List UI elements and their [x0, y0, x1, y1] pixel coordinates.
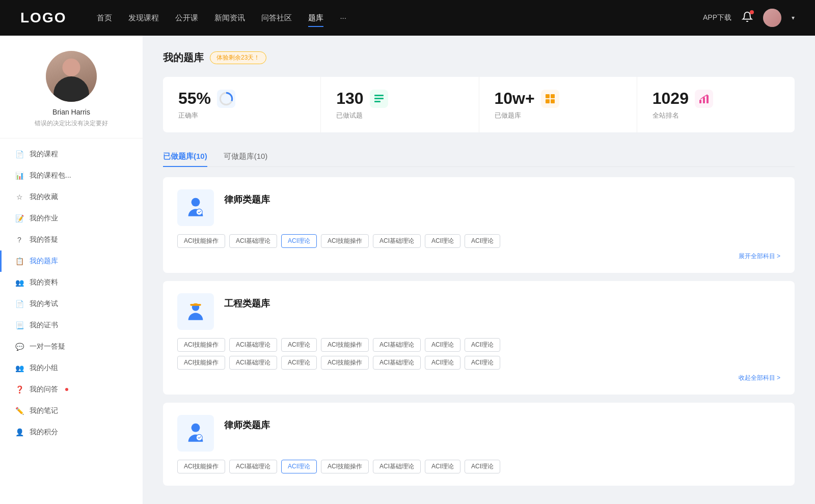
- navbar-links: 首页 发现课程 公开课 新闻资讯 问答社区 题库 ···: [97, 11, 683, 25]
- tag-aci-basic-2[interactable]: ACI基础理论: [373, 234, 421, 248]
- tab-done-banks[interactable]: 已做题库(10): [163, 147, 207, 166]
- sidebar-item-points[interactable]: 👤 我的积分: [0, 422, 143, 443]
- stat-done-questions-value: 130: [336, 89, 363, 108]
- sidebar-avatar: [46, 51, 97, 102]
- eng-tag-5[interactable]: ACI基础理论: [373, 338, 421, 352]
- eng-tag-11[interactable]: ACI技能操作: [321, 356, 369, 370]
- qa-label: 我的答疑: [30, 235, 58, 244]
- l2-tag-2[interactable]: ACI基础理论: [229, 460, 277, 473]
- eng-tag-6[interactable]: ACI理论: [425, 338, 460, 352]
- logo[interactable]: LOGO: [20, 10, 66, 26]
- l2-tag-4[interactable]: ACI技能操作: [321, 460, 369, 473]
- engineer-icon-wrap: [177, 293, 214, 330]
- sidebar-item-qa[interactable]: ? 我的答疑: [0, 229, 143, 250]
- nav-qa[interactable]: 问答社区: [261, 11, 292, 25]
- stat-done-questions-label: 已做试题: [336, 111, 463, 120]
- sidebar-item-materials[interactable]: 👥 我的资料: [0, 272, 143, 293]
- sidebar-item-certificate[interactable]: 📃 我的证书: [0, 315, 143, 336]
- qbank-engineer-footer[interactable]: 收起全部科目 >: [177, 374, 780, 382]
- eng-tag-9[interactable]: ACI基础理论: [229, 356, 277, 370]
- certificate-icon: 📃: [15, 321, 23, 329]
- materials-label: 我的资料: [30, 278, 58, 287]
- eng-tag-7[interactable]: ACI理论: [465, 338, 500, 352]
- favorites-label: 我的收藏: [30, 192, 58, 202]
- my-courses-label: 我的课程: [30, 150, 58, 159]
- svg-rect-5: [546, 94, 550, 98]
- eng-tag-13[interactable]: ACI理论: [425, 356, 460, 370]
- group-label: 我的小组: [30, 363, 58, 373]
- qbank-lawyer-1-name: 律师类题库: [224, 193, 270, 206]
- tag-aci-theory-selected-1[interactable]: ACI理论: [281, 234, 317, 248]
- l2-tag-selected[interactable]: ACI理论: [281, 460, 317, 473]
- sidebar-item-course-package[interactable]: 📊 我的课程包...: [0, 165, 143, 186]
- eng-tag-10[interactable]: ACI理论: [281, 356, 317, 370]
- eng-tag-2[interactable]: ACI基础理论: [229, 338, 277, 352]
- l2-tag-1[interactable]: ACI技能操作: [177, 460, 225, 473]
- nav-more[interactable]: ···: [340, 11, 346, 25]
- l2-tag-5[interactable]: ACI基础理论: [373, 460, 421, 473]
- eng-tag-8[interactable]: ACI技能操作: [177, 356, 225, 370]
- qbank-engineer-tags-row1: ACI技能操作 ACI基础理论 ACI理论 ACI技能操作 ACI基础理论 AC…: [177, 338, 780, 352]
- tag-aci-theory-3[interactable]: ACI理论: [465, 234, 500, 248]
- eng-tag-12[interactable]: ACI基础理论: [373, 356, 421, 370]
- sidebar-item-group[interactable]: 👥 我的小组: [0, 357, 143, 379]
- nav-discover[interactable]: 发现课程: [128, 11, 159, 25]
- nav-home[interactable]: 首页: [97, 11, 112, 25]
- qbank-engineer-name: 工程类题库: [224, 297, 270, 310]
- tag-aci-skill-2[interactable]: ACI技能操作: [321, 234, 369, 248]
- sidebar: Brian Harris 错误的决定比没有决定要好 📄 我的课程 📊 我的课程包…: [0, 36, 143, 504]
- stat-ranking: 1029 全站排名: [637, 77, 795, 132]
- sidebar-item-my-qa[interactable]: ❓ 我的问答: [0, 379, 143, 400]
- stat-ranking-value: 1029: [653, 89, 689, 108]
- group-icon: 👥: [15, 364, 23, 372]
- qbank-card-lawyer-1-header: 律师类题库: [177, 189, 780, 226]
- nav-open-course[interactable]: 公开课: [175, 11, 198, 25]
- qbank-card-lawyer-1: 律师类题库 ACI技能操作 ACI基础理论 ACI理论 ACI技能操作 ACI基…: [163, 177, 795, 273]
- stat-ranking-top: 1029: [653, 89, 779, 108]
- course-package-icon: 📊: [15, 172, 23, 180]
- avatar[interactable]: [763, 9, 781, 27]
- sidebar-item-question-bank[interactable]: 📋 我的题库: [0, 250, 143, 272]
- nav-question-bank[interactable]: 题库: [308, 11, 323, 25]
- question-bank-label: 我的题库: [30, 257, 58, 266]
- qbank-card-engineer: 工程类题库 ACI技能操作 ACI基础理论 ACI理论 ACI技能操作 ACI基…: [163, 281, 795, 395]
- sidebar-item-one-on-one[interactable]: 💬 一对一答疑: [0, 336, 143, 357]
- one-on-one-label: 一对一答疑: [30, 342, 65, 351]
- question-bank-icon: 📋: [15, 257, 23, 265]
- stat-done-questions-icon: [370, 90, 388, 108]
- qbank-engineer-tags-row2: ACI技能操作 ACI基础理论 ACI理论 ACI技能操作 ACI基础理论 AC…: [177, 356, 780, 370]
- sidebar-item-my-courses[interactable]: 📄 我的课程: [0, 144, 143, 165]
- navbar: LOGO 首页 发现课程 公开课 新闻资讯 问答社区 题库 ··· APP下载 …: [0, 0, 815, 36]
- points-icon: 👤: [15, 428, 23, 436]
- app-download-link[interactable]: APP下载: [703, 13, 731, 22]
- sidebar-item-exams[interactable]: 📄 我的考试: [0, 293, 143, 315]
- qbank-lawyer-1-footer[interactable]: 展开全部科目 >: [177, 252, 780, 261]
- sidebar-item-favorites[interactable]: ☆ 我的收藏: [0, 186, 143, 208]
- l2-tag-6[interactable]: ACI理论: [425, 460, 460, 473]
- materials-icon: 👥: [15, 278, 23, 287]
- main-content: 我的题库 体验剩余23天！ 55% 正确率 13: [143, 36, 815, 504]
- stat-done-banks-value: 10w+: [495, 89, 535, 108]
- lawyer-icon-wrap: [177, 189, 214, 226]
- sidebar-item-homework[interactable]: 📝 我的作业: [0, 208, 143, 229]
- homework-label: 我的作业: [30, 214, 58, 223]
- svg-point-12: [192, 198, 200, 207]
- main-layout: Brian Harris 错误的决定比没有决定要好 📄 我的课程 📊 我的课程包…: [0, 36, 815, 504]
- l2-tag-7[interactable]: ACI理论: [465, 460, 500, 473]
- tag-aci-skill-1[interactable]: ACI技能操作: [177, 234, 225, 248]
- qbank-card-lawyer-2: 律师类题库 ACI技能操作 ACI基础理论 ACI理论 ACI技能操作 ACI基…: [163, 403, 795, 486]
- tab-available-banks[interactable]: 可做题库(10): [224, 147, 268, 166]
- eng-tag-3[interactable]: ACI理论: [281, 338, 317, 352]
- eng-tag-4[interactable]: ACI技能操作: [321, 338, 369, 352]
- eng-tag-14[interactable]: ACI理论: [465, 356, 500, 370]
- notification-bell[interactable]: [742, 11, 753, 24]
- stat-accuracy-value: 55%: [178, 89, 211, 108]
- stat-done-banks-label: 已做题库: [495, 111, 621, 120]
- tag-aci-basic-1[interactable]: ACI基础理论: [229, 234, 277, 248]
- tag-aci-theory-2[interactable]: ACI理论: [425, 234, 460, 248]
- eng-tag-1[interactable]: ACI技能操作: [177, 338, 225, 352]
- avatar-dropdown-icon[interactable]: ▾: [792, 14, 795, 21]
- nav-news[interactable]: 新闻资讯: [214, 11, 245, 25]
- svg-rect-6: [551, 94, 555, 98]
- sidebar-item-notes[interactable]: ✏️ 我的笔记: [0, 400, 143, 422]
